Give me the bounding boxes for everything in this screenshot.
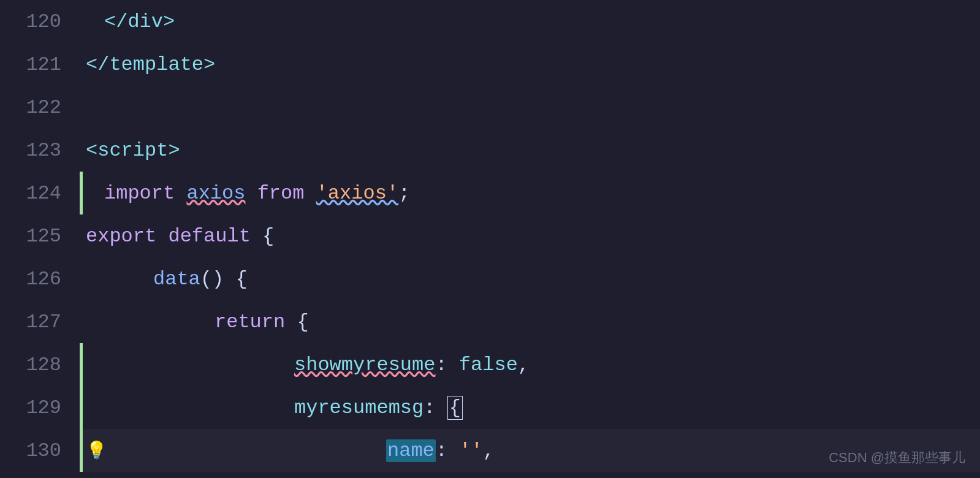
line-number-122: 122 xyxy=(0,86,80,129)
code-token xyxy=(245,182,257,205)
code-line-131: 131 age : '' , xyxy=(0,472,980,478)
code-token: 'axios' xyxy=(316,182,398,205)
line-number-128: 128 xyxy=(0,343,80,386)
line-content-121[interactable]: </template> xyxy=(80,43,980,86)
line-number-126: 126 xyxy=(0,257,80,300)
line-number-127: 127 xyxy=(0,300,80,343)
code-token: ; xyxy=(398,182,410,205)
line-content-124[interactable]: import axios from 'axios' ; xyxy=(80,172,980,214)
line-number-120: 120 xyxy=(0,0,80,43)
code-token: axios xyxy=(186,182,245,205)
line-indicator-128 xyxy=(80,343,83,386)
line-number-129: 129 xyxy=(0,386,80,429)
code-token xyxy=(156,225,168,248)
code-token: <script> xyxy=(86,139,180,162)
code-line-121: 121 </template> xyxy=(0,43,980,86)
code-token: </template> xyxy=(86,53,215,76)
code-token: default xyxy=(168,225,250,248)
code-line-122: 122 xyxy=(0,86,980,129)
line-indicator-124 xyxy=(80,172,83,214)
code-token-from: from xyxy=(257,182,305,205)
line-content-123[interactable]: <script> xyxy=(80,129,980,172)
code-token: { xyxy=(285,311,308,333)
code-token: '' xyxy=(459,439,482,462)
line-content-126[interactable]: data () { xyxy=(80,257,980,300)
line-indicator-130 xyxy=(80,429,83,472)
code-token: , xyxy=(518,354,530,376)
code-token: () { xyxy=(200,268,248,290)
code-line-123: 123 <script> xyxy=(0,129,980,172)
line-number-123: 123 xyxy=(0,129,80,172)
line-number-131: 131 xyxy=(0,472,80,478)
line-number-125: 125 xyxy=(0,214,80,257)
code-token: import xyxy=(104,182,175,205)
code-token xyxy=(304,182,316,205)
code-line-129: 129 myresumemsg : { xyxy=(0,386,980,429)
code-token: false xyxy=(459,354,518,376)
line-content-127[interactable]: return { xyxy=(80,300,980,343)
code-token: export xyxy=(86,225,156,248)
code-token: return xyxy=(215,311,285,333)
code-token: data xyxy=(153,268,200,290)
code-token: myresumemsg xyxy=(294,396,424,419)
line-content-122[interactable] xyxy=(80,86,980,129)
code-line-127: 127 return { xyxy=(0,300,980,343)
code-editor: 120 </div> 121 </template> 122 123 <scri… xyxy=(0,0,980,478)
code-token: : xyxy=(436,439,459,462)
code-line-125: 125 export default { xyxy=(0,214,980,257)
code-token: : xyxy=(435,354,458,376)
code-token: : xyxy=(424,396,447,419)
line-number-130: 130 xyxy=(0,429,80,472)
watermark: CSDN @摸鱼那些事儿 xyxy=(829,449,965,467)
code-token: { xyxy=(447,396,463,420)
lightbulb-icon[interactable]: 💡 xyxy=(86,440,107,461)
code-token: showmyresume xyxy=(294,354,435,376)
line-content-128[interactable]: showmyresume : false , xyxy=(80,343,980,386)
code-token: </div> xyxy=(104,10,175,33)
code-token: , xyxy=(483,439,495,462)
line-content-131[interactable]: age : '' , xyxy=(80,472,980,478)
line-content-125[interactable]: export default { xyxy=(80,214,980,257)
code-line-126: 126 data () { xyxy=(0,257,980,300)
code-token xyxy=(175,182,186,205)
code-line-124: 124 import axios from 'axios' ; xyxy=(0,172,980,214)
code-token-name-highlighted: name xyxy=(386,439,436,462)
line-indicator-129 xyxy=(80,386,83,429)
code-token: { xyxy=(251,225,274,248)
line-content-129[interactable]: myresumemsg : { xyxy=(80,386,980,429)
code-line-120: 120 </div> xyxy=(0,0,980,43)
line-content-120[interactable]: </div> xyxy=(80,0,980,43)
line-number-121: 121 xyxy=(0,43,80,86)
line-number-124: 124 xyxy=(0,172,80,214)
code-line-128: 128 showmyresume : false , xyxy=(0,343,980,386)
